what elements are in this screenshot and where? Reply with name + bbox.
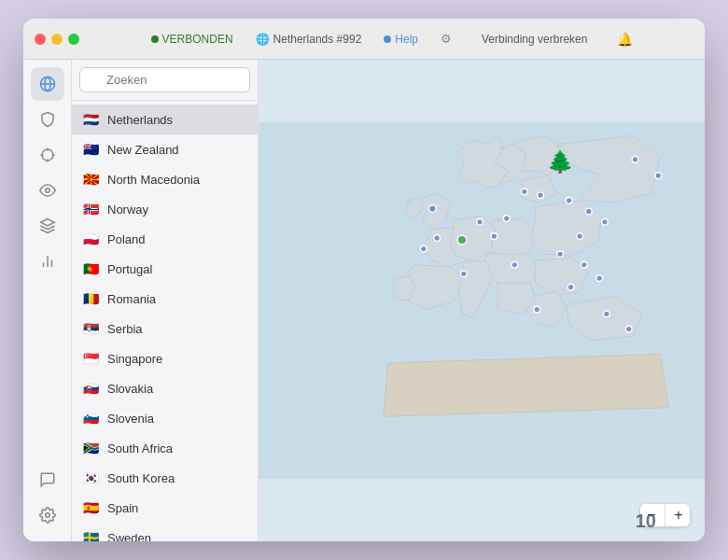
svg-point-23 xyxy=(585,208,592,215)
country-item-slovakia[interactable]: 🇸🇰Slovakia xyxy=(72,373,258,403)
country-name-netherlands: Netherlands xyxy=(107,113,173,127)
country-name-portugal: Portugal xyxy=(107,262,152,276)
map-area: 🌲 − + 10 xyxy=(259,60,705,541)
zoom-in-button[interactable]: + xyxy=(667,504,690,526)
svg-point-35 xyxy=(534,306,540,313)
svg-point-33 xyxy=(655,173,662,179)
svg-point-3 xyxy=(42,149,53,161)
disconnect-button[interactable]: Verbinding verbreken xyxy=(482,33,587,46)
country-name-slovakia: Slovakia xyxy=(107,382,153,396)
country-name-sweden: Sweden xyxy=(107,531,151,542)
country-item-netherlands[interactable]: 🇳🇱Netherlands xyxy=(72,105,258,134)
search-wrapper: 🔍 xyxy=(79,67,250,92)
country-item-north-macedonia[interactable]: 🇲🇰North Macedonia xyxy=(72,164,258,194)
country-item-singapore[interactable]: 🇸🇬Singapore xyxy=(72,343,258,373)
titlebar: VERBONDEN 🌐 Netherlands #992 Help ⚙ Verb… xyxy=(23,19,705,60)
sidebar-icon-globe[interactable] xyxy=(31,67,64,101)
close-button[interactable] xyxy=(35,34,46,45)
svg-point-8 xyxy=(45,189,49,193)
server-label: Netherlands #992 xyxy=(273,33,362,46)
main-content: 🔍 🇳🇱Netherlands🇳🇿New Zealand🇲🇰North Mace… xyxy=(23,60,705,541)
flag-south-korea: 🇰🇷 xyxy=(81,469,100,487)
country-item-serbia[interactable]: 🇷🇸Serbia xyxy=(72,314,258,343)
sidebar-icon-chat[interactable] xyxy=(31,463,64,497)
active-server-dot xyxy=(457,235,467,245)
country-item-portugal[interactable]: 🇵🇹Portugal xyxy=(72,254,258,284)
country-list-panel: 🔍 🇳🇱Netherlands🇳🇿New Zealand🇲🇰North Mace… xyxy=(72,60,259,541)
search-input[interactable] xyxy=(79,67,250,92)
maximize-button[interactable] xyxy=(68,34,79,45)
country-name-norway: Norway xyxy=(107,203,148,217)
country-name-new-zealand: New Zealand xyxy=(107,143,179,157)
titlebar-center: VERBONDEN 🌐 Netherlands #992 Help ⚙ Verb… xyxy=(91,32,693,47)
status-dot xyxy=(151,35,159,43)
svg-point-21 xyxy=(538,192,544,199)
status-label: VERBONDEN xyxy=(162,33,233,46)
svg-point-19 xyxy=(503,216,510,222)
settings-icon[interactable]: ⚙ xyxy=(441,32,452,46)
country-name-spain: Spain xyxy=(107,501,138,515)
sidebar-icon-eye[interactable] xyxy=(31,174,64,207)
svg-point-15 xyxy=(429,205,437,213)
flag-norway: 🇳🇴 xyxy=(81,200,100,218)
traffic-lights xyxy=(35,34,79,45)
country-name-poland: Poland xyxy=(107,232,145,246)
country-name-romania: Romania xyxy=(107,292,156,306)
country-item-sweden[interactable]: 🇸🇪Sweden xyxy=(72,523,258,541)
country-item-norway[interactable]: 🇳🇴Norway xyxy=(72,194,258,224)
flag-serbia: 🇷🇸 xyxy=(81,319,100,338)
connection-status: VERBONDEN xyxy=(151,33,233,46)
svg-point-20 xyxy=(522,189,528,195)
flag-slovenia: 🇸🇮 xyxy=(81,409,100,427)
country-item-poland[interactable]: 🇵🇱Poland xyxy=(72,224,258,254)
svg-point-18 xyxy=(477,219,483,226)
svg-point-28 xyxy=(596,275,603,282)
sidebar-icons xyxy=(23,60,72,541)
svg-point-30 xyxy=(511,261,518,268)
sidebar-icon-layers[interactable] xyxy=(31,209,64,243)
flag-sweden: 🇸🇪 xyxy=(81,528,100,541)
svg-point-27 xyxy=(581,261,588,268)
sidebar-icon-settings[interactable] xyxy=(31,498,64,532)
country-item-spain[interactable]: 🇪🇸Spain xyxy=(72,493,258,523)
help-button[interactable]: Help xyxy=(384,33,418,46)
country-name-south-africa: South Africa xyxy=(107,441,173,455)
flag-slovakia: 🇸🇰 xyxy=(81,379,100,398)
country-item-south-korea[interactable]: 🇰🇷South Korea xyxy=(72,463,258,493)
map-svg: 🌲 xyxy=(259,60,705,541)
sidebar-icon-stats[interactable] xyxy=(31,245,64,278)
sidebar-icon-crosshair[interactable] xyxy=(31,138,64,172)
svg-point-13 xyxy=(45,513,49,518)
flag-poland: 🇵🇱 xyxy=(81,230,100,248)
bell-icon[interactable]: 🔔 xyxy=(617,32,633,47)
flag-singapore: 🇸🇬 xyxy=(81,349,100,368)
flag-romania: 🇷🇴 xyxy=(81,289,100,308)
country-item-new-zealand[interactable]: 🇳🇿New Zealand xyxy=(72,134,258,164)
country-name-serbia: Serbia xyxy=(107,322,143,336)
server-info[interactable]: 🌐 Netherlands #992 xyxy=(256,33,362,46)
country-item-romania[interactable]: 🇷🇴Romania xyxy=(72,284,258,314)
help-dot xyxy=(384,35,391,43)
svg-point-36 xyxy=(603,311,609,317)
flag-portugal: 🇵🇹 xyxy=(81,259,100,278)
flag-spain: 🇪🇸 xyxy=(81,498,100,517)
country-item-slovenia[interactable]: 🇸🇮Slovenia xyxy=(72,403,258,433)
flag-south-africa: 🇿🇦 xyxy=(81,439,100,457)
country-name-slovenia: Slovenia xyxy=(107,412,154,426)
minimize-button[interactable] xyxy=(51,34,63,45)
country-name-north-macedonia: North Macedonia xyxy=(107,173,200,187)
help-label: Help xyxy=(395,33,418,46)
svg-point-37 xyxy=(625,326,632,332)
map-divider xyxy=(665,504,665,526)
svg-point-29 xyxy=(567,284,574,290)
flag-new-zealand: 🇳🇿 xyxy=(81,140,100,159)
flag-north-macedonia: 🇲🇰 xyxy=(81,170,100,189)
flag-netherlands: 🇳🇱 xyxy=(81,110,100,129)
country-item-south-africa[interactable]: 🇿🇦South Africa xyxy=(72,433,258,463)
sidebar-icon-shield[interactable] xyxy=(31,103,64,136)
search-box: 🔍 xyxy=(72,60,258,101)
svg-point-34 xyxy=(461,271,468,277)
svg-point-26 xyxy=(557,251,564,258)
country-name-south-korea: South Korea xyxy=(107,471,175,485)
brand-logo: 10 xyxy=(636,511,656,532)
